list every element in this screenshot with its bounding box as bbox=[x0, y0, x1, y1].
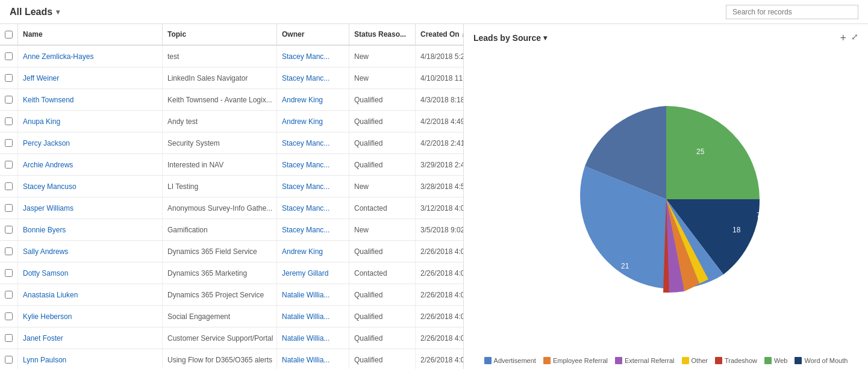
row-checkbox[interactable] bbox=[0, 262, 18, 284]
row-checkbox[interactable] bbox=[0, 132, 18, 153]
table-row: Jasper Williams Anonymous Survey-Info Ga… bbox=[0, 197, 463, 219]
lead-name-link[interactable]: Percy Jackson bbox=[23, 139, 70, 147]
legend-color bbox=[543, 357, 551, 364]
row-topic: LinkedIn Sales Navigator bbox=[163, 67, 277, 88]
owner-link[interactable]: Stacey Manc... bbox=[282, 52, 329, 61]
row-name: Stacey Mancuso bbox=[18, 176, 163, 197]
pie-chart: 25 18 21 7 bbox=[552, 88, 781, 311]
header-name[interactable]: Name bbox=[18, 24, 163, 45]
row-checkbox[interactable] bbox=[0, 219, 18, 240]
row-status: New bbox=[349, 176, 416, 197]
row-status: New bbox=[349, 46, 416, 67]
lead-name-link[interactable]: Jeff Weiner bbox=[23, 74, 59, 82]
row-status: Qualified bbox=[349, 154, 416, 175]
lead-name-link[interactable]: Bonnie Byers bbox=[23, 226, 66, 234]
owner-link[interactable]: Stacey Manc... bbox=[282, 226, 329, 234]
row-created: 4/3/2018 8:18 AM bbox=[416, 89, 463, 110]
row-checkbox[interactable] bbox=[0, 349, 18, 369]
owner-link[interactable]: Stacey Manc... bbox=[282, 139, 329, 147]
owner-link[interactable]: Jeremy Gillard bbox=[282, 269, 328, 278]
owner-link[interactable]: Andrew King bbox=[282, 117, 323, 126]
row-checkbox[interactable] bbox=[0, 176, 18, 197]
row-created: 3/28/2018 4:57 PM bbox=[416, 176, 463, 197]
row-created: 3/5/2018 9:02 AM bbox=[416, 219, 463, 240]
row-topic: Security System bbox=[163, 132, 277, 153]
row-owner: Andrew King bbox=[277, 241, 349, 262]
search-input[interactable] bbox=[726, 5, 858, 19]
lead-name-link[interactable]: Anne Zemlicka-Hayes bbox=[23, 52, 93, 61]
row-checkbox[interactable] bbox=[0, 241, 18, 262]
row-status: New bbox=[349, 67, 416, 88]
all-leads-label: All Leads bbox=[10, 7, 52, 17]
lead-name-link[interactable]: Archie Andrews bbox=[23, 161, 73, 169]
lead-name-link[interactable]: Janet Foster bbox=[23, 334, 63, 343]
row-topic: Using Flow for D365/O365 alerts bbox=[163, 349, 277, 369]
legend-color bbox=[715, 357, 722, 364]
lead-name-link[interactable]: Kylie Heberson bbox=[23, 312, 72, 321]
row-owner: Natalie Willia... bbox=[277, 327, 349, 349]
row-created: 2/26/2018 4:08 PM bbox=[416, 262, 463, 284]
row-name: Archie Andrews bbox=[18, 154, 163, 175]
owner-link[interactable]: Andrew King bbox=[282, 96, 323, 104]
legend-item: Other bbox=[682, 357, 708, 364]
owner-link[interactable]: Stacey Manc... bbox=[282, 182, 329, 191]
lead-name-link[interactable]: Dotty Samson bbox=[23, 269, 68, 278]
table-row: Jeff Weiner LinkedIn Sales Navigator Sta… bbox=[0, 67, 463, 89]
row-checkbox[interactable] bbox=[0, 306, 18, 327]
header-owner[interactable]: Owner bbox=[277, 24, 349, 45]
owner-link[interactable]: Stacey Manc... bbox=[282, 204, 329, 212]
chart-add-button[interactable]: + bbox=[840, 32, 846, 45]
lead-name-link[interactable]: Jasper Williams bbox=[23, 204, 73, 212]
row-status: Qualified bbox=[349, 132, 416, 153]
row-created: 2/26/2018 4:08 PM bbox=[416, 327, 463, 349]
segment-web[interactable] bbox=[666, 106, 760, 199]
row-status: Qualified bbox=[349, 241, 416, 262]
row-checkbox[interactable] bbox=[0, 46, 18, 67]
owner-link[interactable]: Stacey Manc... bbox=[282, 161, 329, 169]
chart-title-chevron-icon[interactable]: ▾ bbox=[543, 34, 547, 42]
row-checkbox[interactable] bbox=[0, 284, 18, 305]
header-topic[interactable]: Topic bbox=[163, 24, 277, 45]
row-owner: Stacey Manc... bbox=[277, 46, 349, 67]
row-owner: Stacey Manc... bbox=[277, 219, 349, 240]
lead-name-link[interactable]: Stacey Mancuso bbox=[23, 182, 76, 191]
title-chevron-icon[interactable]: ▾ bbox=[56, 8, 60, 16]
row-status: Contacted bbox=[349, 262, 416, 284]
row-checkbox[interactable] bbox=[0, 111, 18, 132]
table-row: Anne Zemlicka-Hayes test Stacey Manc... … bbox=[0, 46, 463, 67]
row-topic: LI Testing bbox=[163, 176, 277, 197]
lead-name-link[interactable]: Keith Townsend bbox=[23, 96, 74, 104]
owner-link[interactable]: Andrew King bbox=[282, 247, 323, 256]
header-status[interactable]: Status Reaso... bbox=[349, 24, 416, 45]
chart-expand-button[interactable]: ⤢ bbox=[851, 32, 858, 45]
owner-link[interactable]: Stacey Manc... bbox=[282, 74, 329, 82]
lead-name-link[interactable]: Lynn Paulson bbox=[23, 356, 66, 364]
chart-label-21: 21 bbox=[621, 262, 629, 270]
owner-link[interactable]: Natalie Willia... bbox=[282, 312, 329, 321]
chart-label-7: 7 bbox=[757, 211, 760, 219]
leads-table-panel: Name Topic Owner Status Reaso... Created… bbox=[0, 24, 464, 369]
row-owner: Natalie Willia... bbox=[277, 284, 349, 305]
legend-color bbox=[484, 357, 492, 364]
chart-header: Leads by Source ▾ + ⤢ bbox=[464, 24, 868, 46]
row-checkbox[interactable] bbox=[0, 197, 18, 219]
row-topic: Customer Service Support/Portal bbox=[163, 327, 277, 349]
owner-link[interactable]: Natalie Willia... bbox=[282, 334, 329, 343]
row-checkbox[interactable] bbox=[0, 154, 18, 175]
owner-link[interactable]: Natalie Willia... bbox=[282, 291, 329, 299]
legend-color bbox=[795, 357, 802, 364]
select-all-checkbox[interactable] bbox=[5, 31, 13, 39]
lead-name-link[interactable]: Anupa King bbox=[23, 117, 60, 126]
owner-link[interactable]: Natalie Willia... bbox=[282, 356, 329, 364]
lead-name-link[interactable]: Sally Andrews bbox=[23, 247, 68, 256]
chart-label-18: 18 bbox=[732, 226, 741, 234]
row-owner: Stacey Manc... bbox=[277, 176, 349, 197]
row-name: Sally Andrews bbox=[18, 241, 163, 262]
header-checkbox[interactable] bbox=[0, 24, 18, 45]
row-checkbox[interactable] bbox=[0, 327, 18, 349]
row-checkbox[interactable] bbox=[0, 89, 18, 110]
row-name: Bonnie Byers bbox=[18, 219, 163, 240]
row-checkbox[interactable] bbox=[0, 67, 18, 88]
lead-name-link[interactable]: Anastasia Liuken bbox=[23, 291, 78, 299]
top-bar: All Leads ▾ bbox=[0, 0, 868, 24]
